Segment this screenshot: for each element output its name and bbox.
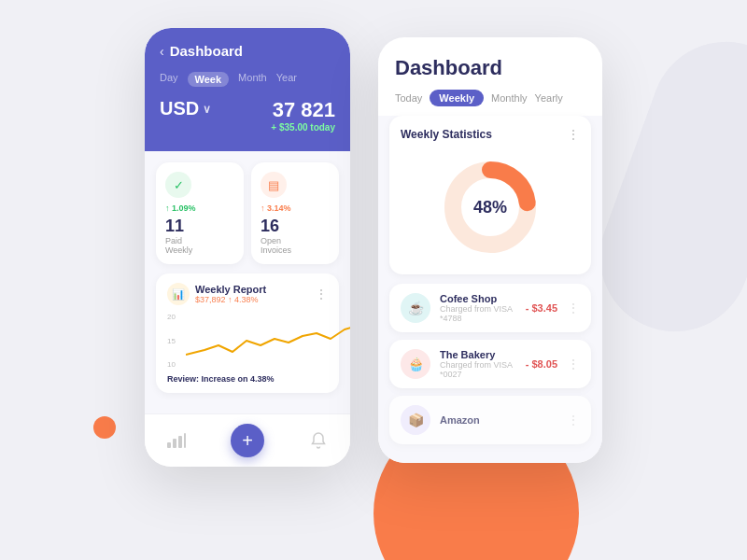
left-nav: ‹ Dashboard [160,43,335,59]
time-tabs: Day Week Month Year [160,72,335,87]
right-tabs: Today Weekly Monthly Yearly [395,90,585,106]
currency-text: USD [160,98,199,119]
amazon-info: Amazon [440,414,548,426]
right-phone-body: Weekly Statistics ⋮ 48% ☕ [378,116,602,463]
bakery-name: The Bakery [440,349,516,360]
bakery-amount: - $8.05 [526,358,557,370]
back-arrow-icon[interactable]: ‹ [160,44,164,59]
tab-month[interactable]: Month [238,72,267,87]
review-label: Review: [167,374,199,384]
add-button[interactable]: + [231,424,264,457]
weekly-stats-header: Weekly Statistics ⋮ [401,127,580,142]
right-phone: Dashboard Today Weekly Monthly Yearly We… [378,37,602,463]
currency-row: USD ∨ 37 821 + $35.00 today [160,98,335,133]
tab-year[interactable]: Year [276,72,297,87]
y-label-15: 15 [167,337,176,345]
chart-title: Weekly Report [195,284,266,295]
chart-subtitle: $37,892 ↑ 4.38% [195,295,266,304]
left-phone-footer: + [145,413,350,467]
chart-area: 20 15 10 [167,313,328,369]
invoices-label: OpenInvoices [261,236,330,255]
tab-day[interactable]: Day [160,72,178,87]
right-tab-monthly[interactable]: Monthly [491,90,528,106]
coffee-more-icon[interactable]: ⋮ [567,301,580,315]
footer-stats-icon[interactable] [163,427,190,454]
bakery-icon: 🧁 [401,349,430,379]
stat-card-paid: ✓ ↑ 1.09% 11 PaidWeekly [156,162,244,264]
chart-more-icon[interactable]: ⋮ [315,287,328,301]
amazon-more-icon[interactable]: ⋮ [567,413,580,427]
main-amount: 37 821 [271,98,335,122]
right-phone-header: Dashboard Today Weekly Monthly Yearly [378,37,602,116]
chart-title-row: 📊 Weekly Report $37,892 ↑ 4.38% [167,283,266,305]
stats-row: ✓ ↑ 1.09% 11 PaidWeekly ▤ ↑ 3.14% 16 Ope… [156,162,339,264]
amazon-icon: 📦 [401,405,430,435]
coffee-info: Cofee Shop Charged from VISA *4788 [440,293,516,323]
coffee-name: Cofee Shop [440,293,516,304]
currency-arrow-icon: ∨ [203,103,211,116]
paid-icon: ✓ [165,172,191,198]
donut-chart-container: 48% [401,151,580,263]
donut-percentage: 48% [473,198,507,217]
today-change: + $35.00 today [271,122,335,133]
y-label-10: 10 [167,360,176,369]
coffee-detail: Charged from VISA *4788 [440,304,516,323]
transaction-bakery: 🧁 The Bakery Charged from VISA *0027 - $… [389,340,591,388]
svg-rect-0 [167,442,171,448]
left-phone: ‹ Dashboard Day Week Month Year USD ∨ 37… [145,28,350,467]
paid-change: ↑ 1.09% [165,203,234,213]
svg-rect-1 [173,439,176,448]
right-phone-title: Dashboard [395,56,585,80]
invoices-change: ↑ 3.14% [261,203,330,213]
transaction-coffee: ☕ Cofee Shop Charged from VISA *4788 - $… [389,284,591,332]
svg-rect-3 [184,433,186,448]
phones-container: ‹ Dashboard Day Week Month Year USD ∨ 37… [0,0,747,560]
footer-bell-icon[interactable] [305,427,331,454]
currency-selector[interactable]: USD ∨ [160,98,211,119]
amazon-name: Amazon [440,414,548,426]
left-phone-header: ‹ Dashboard Day Week Month Year USD ∨ 37… [145,28,350,151]
tab-week[interactable]: Week [188,72,230,87]
weekly-stats-title: Weekly Statistics [401,128,492,141]
coffee-icon: ☕ [401,293,430,323]
paid-label: PaidWeekly [165,236,234,255]
review-value: Increase on 4.38% [202,374,275,384]
weekly-stats-card: Weekly Statistics ⋮ 48% [389,116,591,274]
invoices-icon: ▤ [261,172,287,198]
amount-block: 37 821 + $35.00 today [271,98,335,133]
invoices-number: 16 [261,217,330,236]
stat-card-invoices: ▤ ↑ 3.14% 16 OpenInvoices [251,162,339,264]
right-tab-yearly[interactable]: Yearly [535,90,563,106]
weekly-stats-more-icon[interactable]: ⋮ [567,127,580,142]
right-tab-today[interactable]: Today [395,90,422,106]
chart-card: 📊 Weekly Report $37,892 ↑ 4.38% ⋮ 20 15 … [156,273,339,393]
transaction-amazon: 📦 Amazon ⋮ [389,396,591,444]
paid-number: 11 [165,217,234,236]
bakery-more-icon[interactable]: ⋮ [567,357,580,371]
chart-header: 📊 Weekly Report $37,892 ↑ 4.38% ⋮ [167,283,328,305]
chart-y-labels: 20 15 10 [167,313,176,369]
left-phone-title: Dashboard [170,43,243,59]
chart-icon: 📊 [167,283,190,305]
coffee-amount: - $3.45 [526,302,557,314]
left-phone-body: ✓ ↑ 1.09% 11 PaidWeekly ▤ ↑ 3.14% 16 Ope… [145,151,350,413]
chart-review: Review: Increase on 4.38% [167,374,328,384]
line-chart-svg [186,313,350,369]
right-tab-weekly[interactable]: Weekly [430,90,484,106]
bakery-detail: Charged from VISA *0027 [440,360,516,379]
y-label-20: 20 [167,313,176,321]
svg-rect-2 [178,436,182,448]
bakery-info: The Bakery Charged from VISA *0027 [440,349,516,379]
